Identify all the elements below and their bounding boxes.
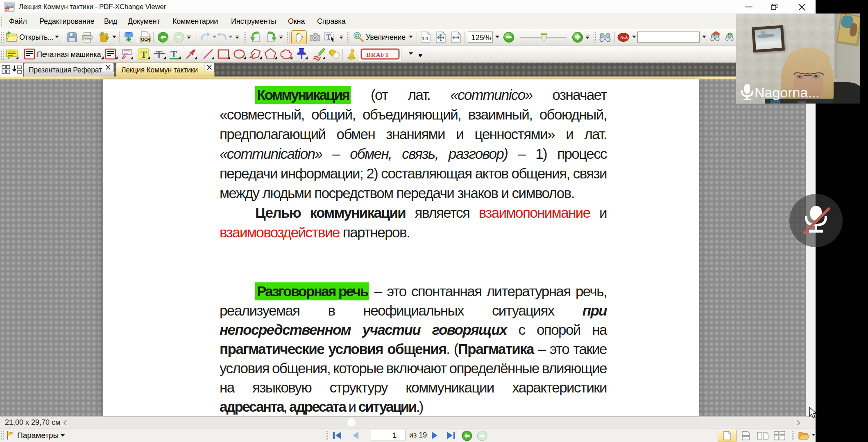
- svg-text:Ask: Ask: [619, 34, 628, 41]
- svg-text:DRAFT: DRAFT: [366, 52, 390, 58]
- svg-text:T: T: [156, 49, 163, 60]
- svg-text:T: T: [141, 50, 147, 60]
- svg-text:PDF: PDF: [5, 8, 11, 11]
- svg-text:T: T: [170, 49, 177, 59]
- svg-text:1:1: 1:1: [422, 36, 428, 41]
- svg-text:T: T: [326, 33, 331, 41]
- svg-text:OCR: OCR: [141, 37, 151, 42]
